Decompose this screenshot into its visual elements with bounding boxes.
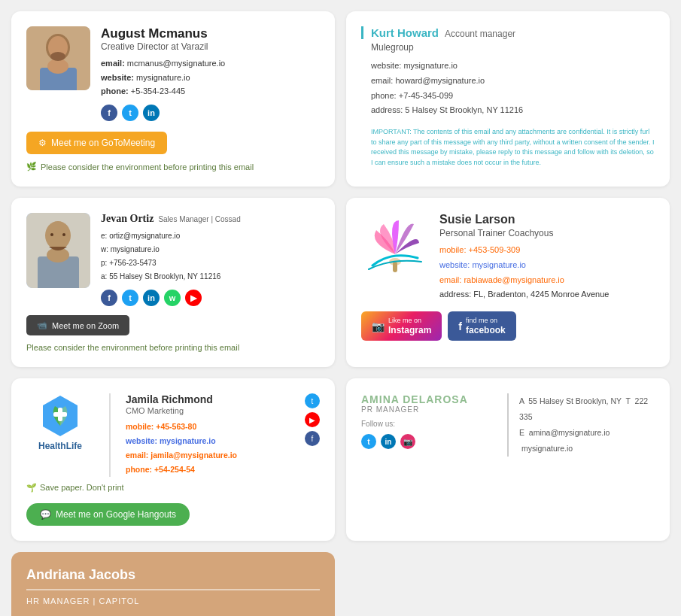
save-paper-note: 🌱 Save paper. Don't print xyxy=(26,483,320,493)
role-jevan: Sales Manager | Cossad xyxy=(158,215,240,223)
leaf-icon: 🌿 xyxy=(26,162,37,171)
social-icons-jevan: f t in w ▶ xyxy=(101,290,241,306)
healthlife-logo-icon xyxy=(38,393,83,438)
card-jevan: Jevan Ortiz Sales Manager | Cossad e: or… xyxy=(11,198,335,367)
instagram-button[interactable]: 📷 Like me on Instagram xyxy=(361,311,442,341)
company-susie: Personal Trainer Coachyous xyxy=(439,228,609,238)
card-amina: AMINA DELAROSA PR MANAGER Follow us: t i… xyxy=(346,378,670,541)
info-august: August Mcmanus Creative Director at Vara… xyxy=(101,26,225,121)
whatsapp-icon-jevan[interactable]: w xyxy=(164,290,181,306)
card-kurt: Kurt Howard Account manager Mulegroup we… xyxy=(346,11,670,187)
facebook-side-icon[interactable]: f xyxy=(305,431,320,446)
address-val-amina: 55 Halsey St Brooklyn, NY xyxy=(528,396,622,405)
social-buttons-susie: 📷 Like me on Instagram f find me on face… xyxy=(361,311,655,341)
role-jamila: CMO Marketing xyxy=(126,406,294,415)
follow-amina: Follow us: xyxy=(361,420,497,428)
disclaimer-kurt: IMPORTANT: The contents of this email an… xyxy=(361,127,655,168)
divider-jamila xyxy=(109,393,111,477)
info-susie: Susie Larson Personal Trainer Coachyous … xyxy=(439,213,609,302)
facebook-icon-jevan[interactable]: f xyxy=(101,290,117,306)
name-kurt: Kurt Howard xyxy=(371,26,439,39)
twitter-icon[interactable]: t xyxy=(122,105,138,121)
svg-point-7 xyxy=(45,221,71,250)
svg-point-5 xyxy=(50,52,65,61)
title-august: Creative Director at Varazil xyxy=(101,41,225,52)
role-amina: PR MANAGER xyxy=(361,405,497,414)
name-amina: AMINA DELAROSA xyxy=(361,393,497,405)
svg-point-10 xyxy=(50,233,53,236)
detail-susie: mobile: +453-509-309 website: mysignatur… xyxy=(439,243,609,302)
info-jevan: Jevan Ortiz Sales Manager | Cossad e: or… xyxy=(101,213,241,306)
twitter-side-icon[interactable]: t xyxy=(305,393,320,408)
amina-left: AMINA DELAROSA PR MANAGER Follow us: t i… xyxy=(361,393,509,457)
card-susie: Susie Larson Personal Trainer Coachyous … xyxy=(346,198,670,367)
name-jamila: Jamila Richmond xyxy=(126,393,294,405)
eco-note-jevan: Please consider the environment before p… xyxy=(26,343,320,352)
healthlife-logo-text: HealthLife xyxy=(38,441,82,451)
svg-point-11 xyxy=(62,233,65,236)
facebook-icon[interactable]: f xyxy=(101,105,117,121)
info-jamila: Jamila Richmond CMO Marketing mobile: +4… xyxy=(126,393,294,477)
card-jamila: HealthLife Jamila Richmond CMO Marketing… xyxy=(11,378,335,541)
instagram-icon: 📷 xyxy=(372,320,385,332)
badminton-logo xyxy=(361,213,429,281)
youtube-side-icon[interactable]: ▶ xyxy=(305,412,320,427)
name-jevan: Jevan Ortiz xyxy=(101,213,154,225)
website-val-amina: mysignature.io xyxy=(521,444,573,453)
eco-icon-jamila: 🌱 xyxy=(26,483,37,493)
social-icons-august: f t in xyxy=(101,105,225,121)
amina-right: A 55 Halsey St Brooklyn, NY T 222 335 E … xyxy=(509,393,655,457)
avatar-jevan xyxy=(26,213,90,288)
hangouts-icon: 💬 xyxy=(40,509,51,520)
email-label-amina: E xyxy=(519,428,524,437)
linkedin-icon[interactable]: in xyxy=(143,105,160,121)
divider-andriana xyxy=(26,589,320,590)
instagram-icon-amina[interactable]: 📷 xyxy=(400,434,415,449)
name-susie: Susie Larson xyxy=(439,213,609,226)
detail-jamila: mobile: +45-563-80 website: mysignature.… xyxy=(126,420,294,477)
detail-andriana: mobile: +1 757 3145 2220 | email: andria… xyxy=(26,613,320,616)
name-august: August Mcmanus xyxy=(101,26,225,41)
linkedin-icon-amina[interactable]: in xyxy=(381,434,396,449)
avatar-august xyxy=(26,26,90,90)
youtube-icon-jevan[interactable]: ▶ xyxy=(185,290,202,306)
twitter-icon-jevan[interactable]: t xyxy=(122,290,138,306)
zoom-icon: 📹 xyxy=(37,320,47,330)
svg-rect-16 xyxy=(53,412,67,417)
role-kurt: Account manager xyxy=(445,29,515,39)
social-icons-amina: t in 📷 xyxy=(361,434,497,449)
card-august: August Mcmanus Creative Director at Vara… xyxy=(11,11,335,187)
gotomeeting-icon: ⚙ xyxy=(38,138,47,148)
phone-label-amina: T xyxy=(625,396,630,405)
facebook-icon-btn: f xyxy=(458,320,462,332)
role-andriana: HR MANAGER | CAPITOL xyxy=(26,596,320,605)
side-social-icons-jamila: t ▶ f xyxy=(305,393,320,446)
zoom-button[interactable]: 📹 Meet me on Zoom xyxy=(26,315,129,335)
detail-jevan: e: ortiz@mysignature.io w: mysignature.i… xyxy=(101,229,241,284)
twitter-icon-amina[interactable]: t xyxy=(361,434,376,449)
detail-kurt: website: mysignature.io email: howard@my… xyxy=(361,59,655,118)
eco-note-august: 🌿 Please consider the environment before… xyxy=(26,162,320,171)
company-kurt: Mulegroup xyxy=(361,42,655,53)
email-val-amina: amina@mysignature.io xyxy=(529,428,610,437)
facebook-button[interactable]: f find me on facebook xyxy=(448,311,515,341)
detail-august: email: mcmanus@mysignature.io website: m… xyxy=(101,56,225,99)
hangouts-button[interactable]: 💬 Meet me on Google Hangouts xyxy=(26,503,190,526)
address-label-amina: A xyxy=(519,396,524,405)
svg-rect-13 xyxy=(393,262,397,272)
name-line-kurt: Kurt Howard Account manager xyxy=(361,26,655,39)
healthlife-logo-area: HealthLife xyxy=(26,393,94,451)
linkedin-icon-jevan[interactable]: in xyxy=(143,290,160,306)
gotomeeting-button[interactable]: ⚙ Meet me on GoToMeeting xyxy=(26,132,167,154)
name-andriana: Andriana Jacobs xyxy=(26,567,320,583)
card-andriana: Andriana Jacobs HR MANAGER | CAPITOL mob… xyxy=(11,552,335,616)
